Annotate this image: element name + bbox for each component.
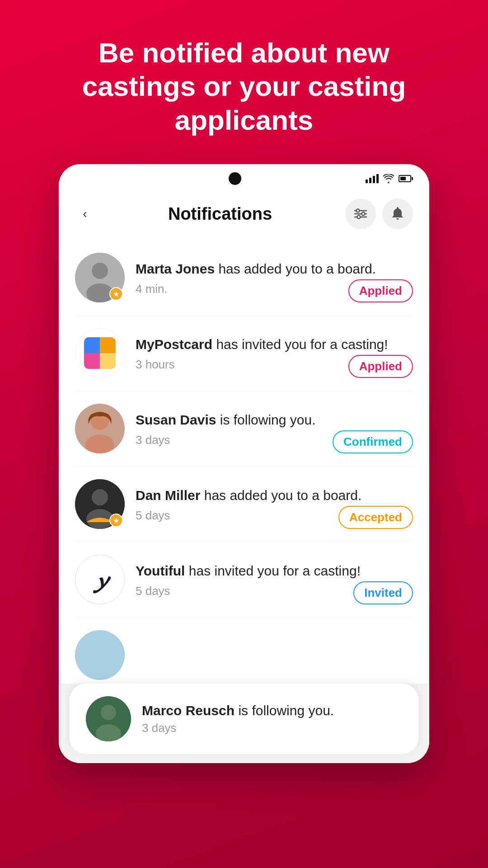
- signal-icon: [366, 174, 379, 183]
- avatar: 𝔂: [75, 555, 125, 604]
- wifi-icon: [383, 174, 394, 183]
- status-bar: [59, 164, 429, 189]
- svg-point-4: [362, 212, 365, 216]
- bottom-card-content: Marco Reusch is following you. 3 days: [142, 703, 334, 735]
- phone-card: ‹ Notifications: [59, 164, 429, 763]
- avatar-wrap: [75, 328, 125, 378]
- svg-point-3: [357, 209, 360, 212]
- youtiful-logo: 𝔂: [94, 565, 106, 594]
- notification-item[interactable]: 𝔂 Youtiful has invited you for a casting…: [75, 542, 413, 618]
- svg-point-15: [75, 630, 125, 680]
- avatar: [75, 328, 125, 378]
- avatar-star: ★: [109, 287, 123, 301]
- sender-name: Youtiful: [136, 563, 185, 578]
- filter-button[interactable]: [345, 198, 376, 229]
- sliders-icon: [354, 208, 367, 219]
- notification-item-partial: [75, 618, 413, 684]
- notification-item[interactable]: Susan Davis is following you. 3 days Con…: [75, 391, 413, 467]
- header-title: Notifications: [102, 204, 338, 224]
- sender-name: Marta Jones: [136, 261, 215, 276]
- logo-cell: [84, 353, 100, 369]
- notification-list: ★ Marta Jones has added you to a board. …: [59, 240, 429, 684]
- sender-name: Marco Reusch: [142, 703, 235, 718]
- camera-dot: [229, 172, 241, 185]
- notification-text: MyPostcard has invited you for a casting…: [136, 335, 413, 354]
- sender-name: Susan Davis: [136, 412, 216, 427]
- avatar: [75, 630, 125, 680]
- status-badge[interactable]: Confirmed: [333, 430, 413, 453]
- svg-point-13: [92, 489, 108, 505]
- avatar-wrap: ★: [75, 253, 125, 302]
- app-header: ‹ Notifications: [59, 189, 429, 240]
- notification-item[interactable]: ★ Marta Jones has added you to a board. …: [75, 240, 413, 316]
- avatar-wrap: 𝔂: [75, 555, 125, 604]
- notification-item[interactable]: MyPostcard has invited you for a casting…: [75, 316, 413, 391]
- avatar: [75, 404, 125, 453]
- status-icons: [366, 174, 411, 183]
- sender-name: MyPostcard: [136, 337, 212, 352]
- bottom-card[interactable]: Marco Reusch is following you. 3 days: [70, 684, 418, 754]
- action-text: is following you.: [238, 703, 334, 718]
- status-badge[interactable]: Applied: [348, 279, 413, 302]
- notification-text: Dan Miller has added you to a board.: [136, 486, 413, 505]
- bottom-card-time: 3 days: [142, 721, 334, 735]
- battery-icon: [399, 175, 411, 182]
- bottom-card-text: Marco Reusch is following you.: [142, 703, 334, 718]
- notification-text: Youtiful has invited you for a casting!: [136, 561, 413, 580]
- header-actions: [345, 198, 413, 229]
- svg-point-7: [92, 263, 108, 279]
- svg-point-17: [101, 705, 116, 720]
- avatar-star: ★: [109, 514, 123, 527]
- avatar-wrap: ★: [75, 479, 125, 529]
- logo-cell: [84, 337, 100, 353]
- logo-cell: [100, 337, 116, 353]
- back-button[interactable]: ‹: [75, 204, 95, 224]
- svg-point-5: [357, 216, 361, 219]
- bell-button[interactable]: [382, 198, 413, 229]
- avatar-wrap: [75, 630, 125, 680]
- status-badge[interactable]: Applied: [348, 355, 413, 378]
- bell-icon: [391, 207, 404, 221]
- mypostcard-logo: [84, 337, 116, 369]
- hero-title: Be notified about new castings or your c…: [59, 36, 429, 137]
- sender-name: Dan Miller: [136, 488, 200, 503]
- avatar-wrap: [75, 404, 125, 453]
- notification-text: Marta Jones has added you to a board.: [136, 259, 413, 278]
- notification-text: Susan Davis is following you.: [136, 410, 413, 429]
- status-badge[interactable]: Accepted: [338, 506, 413, 529]
- avatar: [86, 696, 131, 741]
- notification-item[interactable]: ★ Dan Miller has added you to a board. 5…: [75, 467, 413, 542]
- logo-cell: [100, 353, 116, 369]
- status-badge[interactable]: Invited: [353, 581, 413, 604]
